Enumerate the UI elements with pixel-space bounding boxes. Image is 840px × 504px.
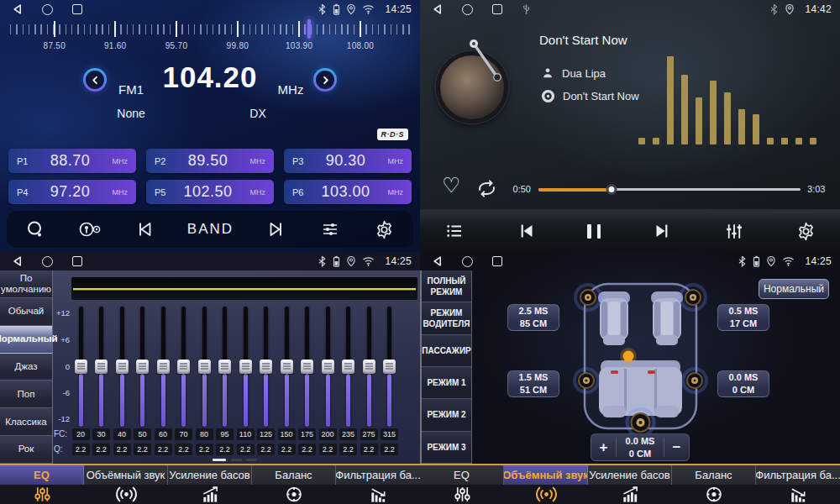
playlist-icon[interactable] [444,221,465,241]
settings-gear-icon[interactable] [374,219,395,240]
slider-handle[interactable] [136,360,149,374]
eq-band-slider[interactable] [75,307,87,427]
home-icon[interactable] [42,4,53,15]
next-track-icon[interactable] [652,221,673,241]
slider-handle[interactable] [116,360,129,374]
slider-handle[interactable] [342,360,354,374]
tab-2[interactable]: Усиление басов [168,465,252,504]
tab-2[interactable]: Усиление басов [588,465,672,504]
tab-4[interactable]: Фильтрация ба... [756,465,840,504]
slider-handle[interactable] [363,360,375,374]
progress-thumb[interactable] [606,184,617,195]
front-right-delay-button[interactable]: 0.5 MS 17 CM [717,304,769,331]
eq-preset-item-2[interactable]: Нормальный [0,326,52,354]
back-icon[interactable] [432,255,443,267]
back-icon[interactable] [12,3,23,15]
home-icon[interactable] [42,256,53,267]
previous-track-icon[interactable] [516,221,537,241]
listening-mode-item-3[interactable]: РЕЖИМ 1 [422,367,471,399]
delay-decrease-button[interactable]: − [664,439,689,456]
eq-preset-item-5[interactable]: Классика [0,408,52,436]
eq-band-slider[interactable] [239,307,252,427]
rear-right-delay-button[interactable]: 0.0 MS 0 CM [717,370,769,397]
home-icon[interactable] [462,4,473,15]
radio-tuning-dial[interactable]: 87.5091.6095.7099.80103.90108.00 [10,21,410,55]
progress-bar[interactable] [538,188,801,191]
recents-icon[interactable] [492,256,502,266]
previous-station-icon[interactable] [134,219,155,239]
recents-icon[interactable] [72,256,82,266]
surround-preset-button[interactable]: Нормальный [759,279,829,299]
eq-mixer-icon[interactable] [723,221,745,242]
tab-1[interactable]: Объёмный звук [84,465,168,504]
slider-handle[interactable] [218,360,231,374]
slider-handle[interactable] [75,360,87,374]
delay-increase-button[interactable]: + [591,439,616,456]
eq-band-slider[interactable] [136,307,149,427]
eq-band-slider[interactable] [177,307,190,427]
scrollbar-thumb[interactable] [213,459,226,461]
eq-band-slider[interactable] [342,307,354,427]
slider-handle[interactable] [281,360,293,374]
eq-band-slider[interactable] [116,307,129,427]
scan-icon[interactable] [25,219,45,239]
tab-1[interactable]: Объёмный звук [504,465,588,504]
tune-down-button[interactable] [83,68,107,92]
recents-icon[interactable] [72,4,82,14]
eq-preset-item-0[interactable]: По умолчанию [0,270,52,298]
eq-band-slider[interactable] [322,307,334,427]
slider-handle[interactable] [95,360,108,374]
eq-band-slider[interactable] [383,307,396,427]
band-button[interactable]: BAND [187,221,234,238]
tune-up-button[interactable] [313,68,337,92]
slider-handle[interactable] [383,360,396,374]
next-station-icon[interactable] [266,219,286,239]
eq-band-slider[interactable] [260,307,272,427]
tab-0[interactable]: EQ [0,465,84,504]
eq-band-slider[interactable] [218,307,231,427]
slider-handle[interactable] [177,360,190,374]
eq-band-slider[interactable] [301,307,313,427]
broadcast-icon[interactable] [78,219,102,239]
listening-mode-item-5[interactable]: РЕЖИМ 3 [422,432,471,464]
preset-button-p5[interactable]: P5102.50MHz [146,180,274,204]
slider-handle[interactable] [301,360,313,374]
eq-preset-item-6[interactable]: Рок [0,436,52,464]
listening-mode-item-1[interactable]: РЕЖИМ ВОДИТЕЛЯ [422,302,471,334]
favorite-heart-icon[interactable]: ♡ [442,175,460,196]
preset-button-p2[interactable]: P289.50MHz [146,149,274,173]
tab-3[interactable]: Баланс [672,465,756,504]
home-icon[interactable] [462,256,473,267]
slider-handle[interactable] [157,360,170,374]
back-icon[interactable] [432,3,443,15]
front-left-delay-button[interactable]: 2.5 MS 85 CM [507,304,559,331]
eq-band-slider[interactable] [281,307,293,427]
eq-band-slider[interactable] [157,307,170,427]
eq-preset-item-3[interactable]: Джаз [0,354,52,381]
back-icon[interactable] [12,255,23,267]
preset-button-p6[interactable]: P6103.00MHz [284,180,412,204]
eq-band-slider[interactable] [95,307,108,427]
slider-handle[interactable] [322,360,334,374]
listening-mode-item-0[interactable]: ПОЛНЫЙ РЕЖИМ [422,270,471,302]
tab-3[interactable]: Баланс [252,465,336,504]
repeat-icon[interactable] [475,178,498,202]
slider-handle[interactable] [198,360,211,374]
listening-mode-item-2[interactable]: ПАССАЖИР [422,335,471,367]
preset-button-p4[interactable]: P497.20MHz [8,180,136,204]
slider-handle[interactable] [260,360,272,374]
listening-mode-item-4[interactable]: РЕЖИМ 2 [422,399,471,431]
tab-0[interactable]: EQ [420,465,504,504]
mixer-icon[interactable] [319,219,341,239]
recents-icon[interactable] [492,4,502,14]
slider-handle[interactable] [239,360,252,374]
preset-button-p1[interactable]: P188.70MHz [8,149,136,173]
eq-preset-item-1[interactable]: Обычай [0,298,52,326]
eq-band-slider[interactable] [363,307,375,427]
tab-4[interactable]: Фильтрация ба... [336,465,420,504]
eq-band-slider[interactable] [198,307,211,427]
rear-left-delay-button[interactable]: 1.5 MS 51 CM [507,370,559,397]
pause-icon[interactable] [587,224,601,239]
eq-preset-item-4[interactable]: Поп [0,381,52,408]
preset-button-p3[interactable]: P390.30MHz [284,149,412,173]
